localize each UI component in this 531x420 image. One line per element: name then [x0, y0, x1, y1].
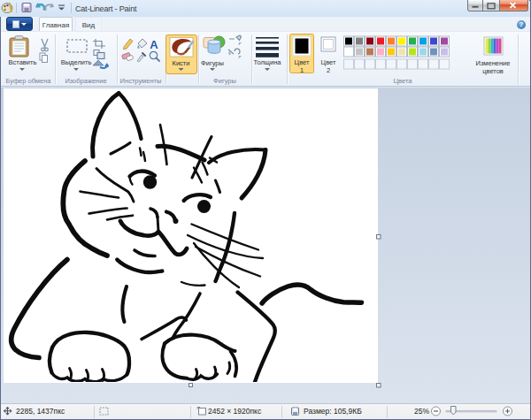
svg-text:2: 2 — [327, 66, 330, 74]
svg-text:Выделить: Выделить — [61, 58, 92, 66]
svg-text:2285, 1437пкс: 2285, 1437пкс — [16, 407, 65, 416]
svg-text:Изменение: Изменение — [476, 59, 511, 67]
svg-text:Размер: 105,9КБ: Размер: 105,9КБ — [304, 407, 362, 416]
svg-text:1: 1 — [300, 66, 304, 74]
svg-text:цветов: цветов — [482, 67, 504, 75]
svg-text:A: A — [150, 38, 158, 51]
svg-text:Цвет: Цвет — [321, 58, 336, 66]
svg-text:Цвет: Цвет — [295, 58, 310, 66]
svg-text:Фигуры: Фигуры — [201, 59, 224, 67]
svg-text:Толщина: Толщина — [253, 58, 281, 66]
svg-text:Кисти: Кисти — [173, 59, 190, 67]
svg-text:2452 × 1920пкс: 2452 × 1920пкс — [208, 407, 262, 416]
svg-text:25%: 25% — [414, 407, 429, 416]
svg-text:Вставить: Вставить — [9, 58, 37, 66]
